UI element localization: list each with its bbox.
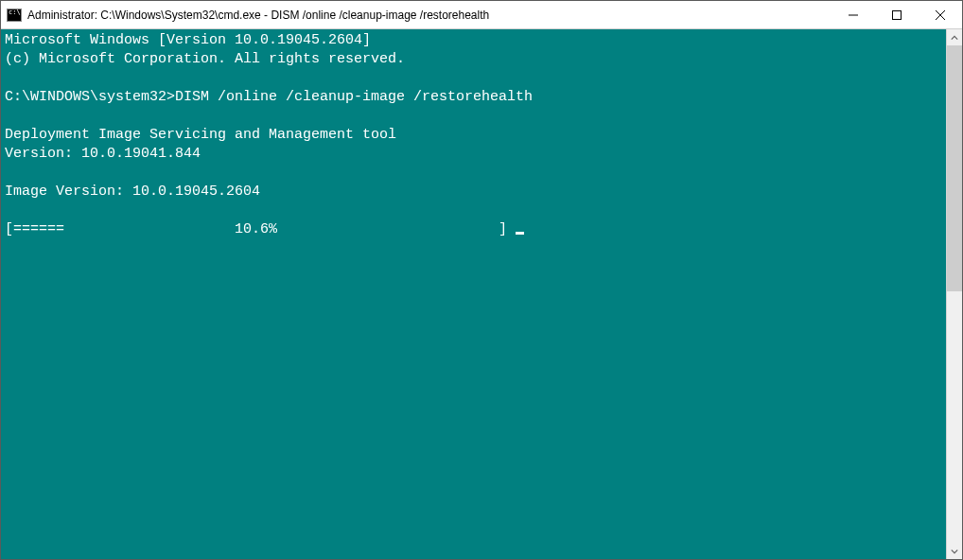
output-line: Microsoft Windows [Version 10.0.19045.26…	[5, 32, 371, 48]
maximize-button[interactable]	[875, 1, 919, 28]
vertical-scrollbar[interactable]	[946, 29, 962, 559]
output-line: C:\WINDOWS\system32>DISM /online /cleanu…	[5, 89, 533, 105]
svg-rect-1	[893, 10, 902, 19]
output-line: Image Version: 10.0.19045.2604	[5, 184, 260, 200]
cmd-icon	[7, 9, 22, 22]
output-line: Deployment Image Servicing and Managemen…	[5, 127, 396, 143]
maximize-icon	[892, 10, 902, 20]
close-button[interactable]	[919, 1, 962, 28]
chevron-down-icon	[951, 548, 958, 555]
minimize-button[interactable]	[832, 1, 875, 28]
output-line: Version: 10.0.19041.844	[5, 146, 201, 162]
scroll-down-button[interactable]	[947, 543, 962, 559]
cursor	[516, 232, 524, 235]
output-line: (c) Microsoft Corporation. All rights re…	[5, 51, 405, 67]
titlebar[interactable]: Administrator: C:\Windows\System32\cmd.e…	[1, 1, 962, 29]
window-title: Administrator: C:\Windows\System32\cmd.e…	[27, 9, 489, 22]
scroll-thumb[interactable]	[947, 45, 962, 291]
minimize-icon	[849, 10, 858, 20]
terminal-area: Microsoft Windows [Version 10.0.19045.26…	[1, 29, 962, 559]
scroll-up-button[interactable]	[947, 29, 962, 45]
chevron-up-icon	[951, 34, 958, 42]
cmd-window: Administrator: C:\Windows\System32\cmd.e…	[0, 0, 963, 560]
window-controls	[832, 1, 962, 28]
terminal-output[interactable]: Microsoft Windows [Version 10.0.19045.26…	[1, 29, 946, 559]
progress-line: [====== 10.6% ]	[5, 221, 516, 237]
titlebar-left: Administrator: C:\Windows\System32\cmd.e…	[7, 9, 489, 22]
close-icon	[936, 10, 945, 20]
